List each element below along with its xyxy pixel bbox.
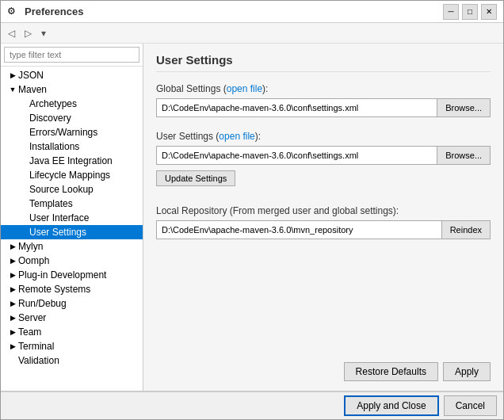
- sidebar-item-archetypes[interactable]: Archetypes: [1, 97, 143, 111]
- user-browse-button[interactable]: Browse...: [437, 146, 491, 165]
- user-open-file-link[interactable]: open file: [219, 131, 254, 142]
- user-settings-path-input[interactable]: [156, 146, 437, 165]
- expander-icon: ▶: [7, 257, 18, 265]
- sidebar: ▶ JSON ▼ Maven Archetypes Discovery: [1, 44, 143, 391]
- forward-button[interactable]: ▷: [21, 25, 36, 41]
- local-repo-row: Reindex: [156, 220, 491, 239]
- sidebar-item-lifecycle[interactable]: Lifecycle Mappings: [1, 168, 143, 182]
- window-icon: ⚙: [7, 6, 20, 18]
- expander-icon: ▶: [7, 285, 18, 293]
- content-area: ▶ JSON ▼ Maven Archetypes Discovery: [1, 44, 503, 391]
- cancel-button[interactable]: Cancel: [444, 395, 497, 416]
- sidebar-item-terminal[interactable]: ▶ Terminal: [1, 339, 143, 353]
- main-panel: User Settings Global Settings (open file…: [143, 44, 503, 391]
- expander-icon: ▶: [7, 314, 18, 322]
- expander-icon: ▶: [7, 342, 18, 350]
- sidebar-item-server[interactable]: ▶ Server: [1, 311, 143, 325]
- expander-icon: ▶: [7, 71, 18, 79]
- minimize-button[interactable]: ─: [443, 4, 459, 20]
- sidebar-item-templates[interactable]: Templates: [1, 197, 143, 211]
- global-settings-label: Global Settings (open file):: [156, 83, 491, 94]
- sidebar-item-validation[interactable]: Validation: [1, 353, 143, 368]
- expander-icon: ▶: [7, 328, 18, 336]
- expander-icon: [18, 200, 29, 208]
- sidebar-item-discovery[interactable]: Discovery: [1, 111, 143, 125]
- expander-icon: [18, 100, 29, 108]
- sidebar-item-java-ee[interactable]: Java EE Integration: [1, 154, 143, 168]
- panel-title: User Settings: [156, 53, 491, 72]
- expander-icon: ▶: [7, 300, 18, 307]
- tree: ▶ JSON ▼ Maven Archetypes Discovery: [1, 67, 143, 391]
- expander-icon: [18, 128, 29, 136]
- sidebar-item-json[interactable]: ▶ JSON: [1, 68, 143, 82]
- toolbar: ◁ ▷ ▾: [1, 23, 503, 44]
- expander-icon: [18, 114, 29, 122]
- maximize-button[interactable]: □: [462, 4, 478, 20]
- sidebar-item-user-settings[interactable]: User Settings: [1, 225, 143, 239]
- expander-icon: [18, 214, 29, 222]
- sidebar-item-remote-systems[interactable]: ▶ Remote Systems: [1, 282, 143, 296]
- user-settings-section: User Settings (open file): Browse... Upd…: [156, 131, 491, 186]
- preferences-window: ⚙ Preferences ─ □ ✕ ◁ ▷ ▾ ▶ JSON: [0, 0, 504, 420]
- expander-icon: ▶: [7, 271, 18, 279]
- window-controls: ─ □ ✕: [443, 4, 497, 20]
- title-bar: ⚙ Preferences ─ □ ✕: [1, 1, 503, 23]
- expander-icon: [18, 228, 29, 236]
- expander-icon: ▶: [7, 242, 18, 250]
- sidebar-item-plugin-dev[interactable]: ▶ Plug-in Development: [1, 268, 143, 282]
- global-browse-button[interactable]: Browse...: [437, 98, 491, 117]
- local-repo-section: Local Repository (From merged user and g…: [156, 205, 491, 242]
- sidebar-item-run-debug[interactable]: ▶ Run/Debug: [1, 296, 143, 311]
- expander-icon: [18, 171, 29, 179]
- global-settings-section: Global Settings (open file): Browse...: [156, 83, 491, 120]
- local-repo-path-input[interactable]: [156, 220, 442, 239]
- global-open-file-link[interactable]: open file: [227, 83, 262, 94]
- window-title: Preferences: [25, 6, 443, 17]
- filter-wrap: [1, 44, 143, 67]
- global-settings-path-input[interactable]: [156, 98, 437, 117]
- reindex-button[interactable]: Reindex: [442, 220, 491, 239]
- filter-input[interactable]: [4, 47, 139, 63]
- restore-defaults-button[interactable]: Restore Defaults: [344, 362, 438, 381]
- expander-icon: [18, 143, 29, 151]
- spacer: [156, 253, 491, 356]
- sidebar-item-errors-warnings[interactable]: Errors/Warnings: [1, 125, 143, 139]
- local-repo-label: Local Repository (From merged user and g…: [156, 205, 491, 216]
- apply-button[interactable]: Apply: [443, 362, 491, 381]
- global-settings-row: Browse...: [156, 98, 491, 117]
- expander-icon: [7, 357, 18, 365]
- apply-close-button[interactable]: Apply and Close: [344, 395, 438, 416]
- expander-icon: [18, 185, 29, 193]
- sidebar-item-mylyn[interactable]: ▶ Mylyn: [1, 239, 143, 254]
- sidebar-item-source-lookup[interactable]: Source Lookup: [1, 182, 143, 197]
- close-button[interactable]: ✕: [481, 4, 497, 20]
- user-settings-label: User Settings (open file):: [156, 131, 491, 142]
- sidebar-item-user-interface[interactable]: User Interface: [1, 211, 143, 225]
- sidebar-item-oomph[interactable]: ▶ Oomph: [1, 254, 143, 268]
- bottom-bar: Apply and Close Cancel: [1, 391, 503, 419]
- user-settings-row: Browse...: [156, 146, 491, 165]
- section-action-buttons: Restore Defaults Apply: [156, 356, 491, 381]
- bottom-buttons: Apply and Close Cancel: [1, 391, 503, 419]
- sidebar-item-installations[interactable]: Installations: [1, 139, 143, 154]
- menu-button[interactable]: ▾: [37, 25, 50, 41]
- sidebar-item-maven[interactable]: ▼ Maven: [1, 82, 143, 97]
- update-settings-button[interactable]: Update Settings: [156, 170, 235, 186]
- expander-icon: [18, 157, 29, 165]
- expander-icon: ▼: [7, 86, 18, 94]
- back-button[interactable]: ◁: [4, 25, 19, 41]
- sidebar-item-team[interactable]: ▶ Team: [1, 325, 143, 339]
